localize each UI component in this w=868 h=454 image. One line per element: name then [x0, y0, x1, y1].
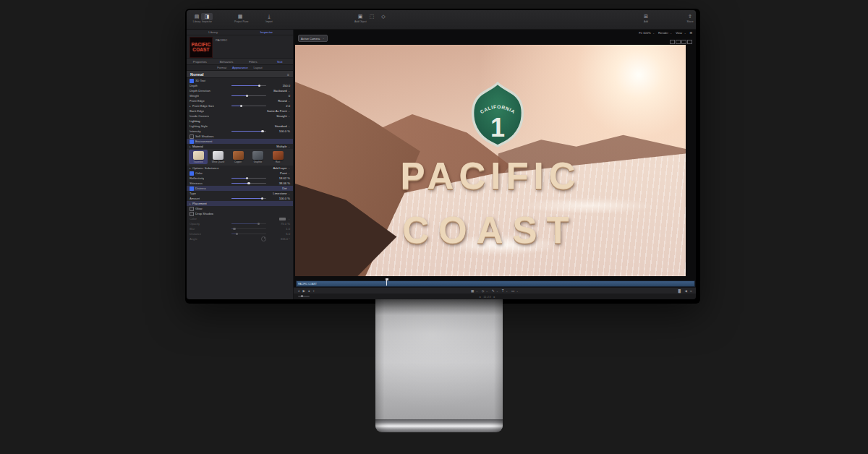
inspector-row-options-substance[interactable]: ▸Options: SubstanceAdd Layer⌄	[187, 166, 293, 171]
camera-button[interactable]: ⬚	[366, 13, 378, 20]
inspector-row-back-edge[interactable]: Back EdgeSame As Front⌄	[187, 108, 293, 113]
text-tool-icon[interactable]: T⌄	[502, 289, 508, 293]
inspector-row-blur[interactable]: Blur1.0	[187, 226, 293, 231]
monitor-stand-foot	[375, 419, 503, 432]
transform-tool-icon[interactable]: ▦⌄	[471, 289, 478, 293]
material-rust[interactable]: Rust	[268, 150, 287, 164]
tool-group: ▦⌄◇⌄✎⌄T⌄▭⌄	[471, 289, 519, 293]
inspector-row-color[interactable]: Color⌄	[187, 216, 293, 221]
timeline-zoom-slider[interactable]	[298, 296, 310, 298]
pane-header: LibraryInspector	[187, 30, 293, 35]
camera-button-icon: ⬚	[366, 13, 378, 20]
inspector-row-type[interactable]: TypeLimestone⌄	[187, 191, 293, 196]
inspector-row-color[interactable]: ColorPaint⌄	[187, 171, 293, 176]
shield-route-number: 1	[490, 113, 505, 142]
loop-icon[interactable]: ∞	[690, 289, 692, 293]
inspector-row-glow[interactable]: Glow	[187, 206, 293, 211]
layer-popup-icon[interactable]: ▪	[313, 289, 315, 293]
tab-filters[interactable]: Filters	[240, 60, 267, 64]
california-route-shield: CALIFORNIA 1	[469, 81, 526, 147]
title-line2[interactable]: COAST	[295, 209, 686, 252]
pro-display-monitor: ▤Library◨Inspector▦Project Pane⤓Import▣A…	[185, 9, 700, 304]
bezier-tool-icon[interactable]: ✎⌄	[492, 289, 498, 293]
shape-tool-icon[interactable]: ◇⌄	[482, 289, 488, 293]
inspector-subtabs: FormatAppearanceLayout	[187, 65, 293, 71]
pause-icon[interactable]: ▐▌	[677, 289, 681, 293]
view-layout-buttons[interactable]	[670, 40, 692, 44]
project-thumbnail[interactable]: PACIFIC COAST	[190, 37, 213, 58]
playhead[interactable]	[386, 278, 387, 286]
inspector-row-angle[interactable]: Angle315.0 °	[187, 236, 293, 241]
timecode-group: ◂ 11:23 ▸	[479, 295, 495, 299]
inspector-row-depth-direction[interactable]: Depth DirectionBackward⌄	[187, 88, 293, 93]
toolbar-import-icon: ⤓	[263, 13, 275, 20]
step-back-icon[interactable]: ◀	[684, 289, 686, 293]
pane-tab-library[interactable]: Library	[187, 30, 240, 34]
subtab-appearance[interactable]: Appearance	[232, 66, 248, 69]
transport-left: «▶●▪	[294, 289, 315, 293]
material-graphite[interactable]: Graphite	[249, 150, 268, 164]
timeline-clip-label: PACIFIC COAST	[297, 283, 317, 286]
transport-right: ▐▌◀∞	[677, 289, 692, 293]
add-object-button[interactable]: ▣Add Object	[354, 13, 366, 23]
inspector-row-amount[interactable]: Amount100.0 %	[187, 196, 293, 201]
marker-button[interactable]: ◇	[378, 13, 389, 20]
material-header-row[interactable]: ▸MaterialMultiple⌄	[187, 144, 293, 149]
material-travertine[interactable]: Travertine	[189, 150, 208, 164]
hamburger-icon[interactable]: ≡	[287, 72, 289, 77]
canvas-image[interactable]: CALIFORNIA 1 PACIFIC COAST	[295, 45, 686, 276]
inspector-row-opacity[interactable]: Opacity75.0 %	[187, 221, 293, 226]
blend-mode-header[interactable]: Normal ≡	[187, 71, 293, 78]
inspector-row-self-shadows[interactable]: Self Shadows	[187, 134, 293, 139]
toolbar-add[interactable]: ⊞Add	[640, 13, 652, 23]
material-white-quartz[interactable]: White Quartz	[209, 150, 228, 164]
view-control-view[interactable]: View⌄	[676, 31, 686, 35]
inspector-rows: 3D TextDepth150.0Depth DirectionBackward…	[187, 78, 293, 241]
view-control-fit-100%[interactable]: Fit 100%⌄	[639, 31, 655, 35]
inspector-row-environment[interactable]: Environment	[187, 139, 293, 144]
inspector-row-placement: ▸Placement	[187, 201, 293, 206]
tab-text[interactable]: Text	[266, 60, 293, 64]
inspector-row-front-edge[interactable]: Front EdgeRound⌄	[187, 98, 293, 103]
canvas-view-controls: Fit 100%⌄Render⌄View⌄⊞	[639, 31, 692, 35]
inspector-row-inside-corners[interactable]: Inside CornersStraight⌄	[187, 113, 293, 119]
pane-tab-inspector[interactable]: Inspector	[240, 30, 294, 34]
go-to-start-icon[interactable]: «	[298, 289, 300, 293]
title-line1[interactable]: PACIFIC	[295, 155, 686, 197]
project-preview: PACIFIC COAST PACIFIC	[187, 35, 293, 59]
rect-tool-icon[interactable]: ▭⌄	[511, 289, 519, 293]
view-control-render[interactable]: Render⌄	[658, 31, 672, 35]
add-object-button-icon: ▣	[354, 13, 366, 20]
mini-timeline[interactable]: PACIFIC COAST	[296, 280, 695, 287]
tab-properties[interactable]: Properties	[187, 60, 213, 64]
toolbar-inspector[interactable]: ◨Inspector	[201, 13, 213, 23]
inspector-row-distance[interactable]: Distance5.0	[187, 231, 293, 236]
inspector-row-lighting-style[interactable]: Lighting StyleStandard⌄	[187, 124, 293, 129]
tab-behaviors[interactable]: Behaviors	[213, 60, 240, 64]
inspector-row-3d-text[interactable]: 3D Text	[187, 78, 293, 83]
scrub-back-icon[interactable]: ◂	[479, 295, 480, 299]
grid-icon[interactable]: ⊞	[689, 31, 692, 35]
inspector-tabs: PropertiesBehaviorsFiltersText	[187, 59, 293, 65]
record-icon[interactable]: ●	[308, 289, 310, 293]
screen: ▤Library◨Inspector▦Project Pane⤓Import▣A…	[187, 10, 696, 299]
camera-popup-label: Active Camera	[301, 37, 320, 40]
scrub-fwd-icon[interactable]: ▸	[494, 295, 495, 299]
inspector-row-drop-shadow[interactable]: Drop Shadow	[187, 211, 293, 216]
camera-popup[interactable]: Active Camera ⌄	[298, 35, 328, 42]
inspector-row-distress[interactable]: DistressDirt⌄	[187, 186, 293, 191]
subtab-layout[interactable]: Layout	[254, 66, 263, 69]
material-presets: TravertineWhite QuartzCopperGraphiteRust	[187, 149, 293, 166]
toolbar-import[interactable]: ⤓Import	[263, 13, 275, 23]
inspector-row-reflectivity[interactable]: Reflectivity18.62 %	[187, 176, 293, 181]
subtab-format[interactable]: Format	[217, 66, 226, 69]
toolbar-share[interactable]: ⇧Share	[684, 13, 696, 23]
material-copper[interactable]: Copper	[229, 150, 247, 164]
inspector-row-depth[interactable]: Depth150.0	[187, 83, 293, 88]
inspector-row-shininess[interactable]: Shininess38.06 %	[187, 181, 293, 186]
play-icon[interactable]: ▶	[303, 289, 306, 293]
inspector-row-front-edge-size[interactable]: ▸Front Edge Size2.0	[187, 103, 293, 108]
inspector-row-weight[interactable]: Weight0	[187, 93, 293, 98]
toolbar-project-pane[interactable]: ▦Project Pane	[234, 13, 246, 23]
inspector-row-intensity[interactable]: Intensity100.0 %	[187, 129, 293, 134]
